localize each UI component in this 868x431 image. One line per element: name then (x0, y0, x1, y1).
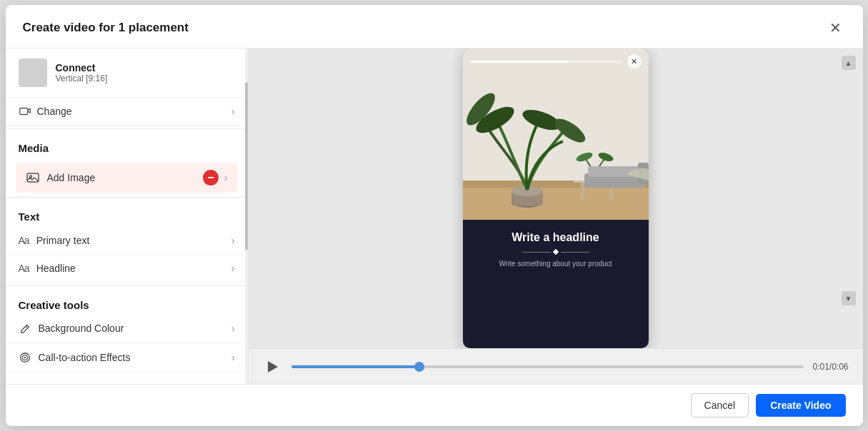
cta-effects-icon (19, 351, 31, 364)
card-divider-line (474, 250, 637, 254)
svg-rect-7 (463, 184, 649, 220)
background-colour-chevron-icon: › (231, 323, 235, 334)
cta-effects-row[interactable]: Call-to-action Effects › (6, 343, 248, 372)
card-top-bar: ✕ (463, 54, 649, 69)
add-image-chevron-icon: › (224, 172, 228, 183)
svg-rect-0 (19, 108, 27, 115)
modal-close-button[interactable]: ✕ (826, 18, 846, 38)
placement-name: Connect (56, 62, 108, 73)
scroll-down-button[interactable]: ▼ (842, 291, 856, 305)
image-icon (26, 171, 40, 185)
time-label: 0:01/0:06 (812, 362, 848, 372)
headline-label: Headline (36, 263, 76, 274)
video-preview-card: ✕ (463, 49, 649, 348)
cancel-button[interactable]: Cancel (691, 393, 749, 417)
primary-text-row[interactable]: Aa Primary text › (6, 227, 248, 255)
scroll-thumb (245, 82, 248, 250)
remove-image-icon[interactable]: − (203, 170, 219, 186)
placement-info: Connect Vertical [9:16] (56, 62, 108, 83)
creative-tools-section-label: Creative tools (6, 289, 248, 314)
divider-3 (6, 285, 248, 286)
cta-effects-label: Call-to-action Effects (39, 352, 131, 363)
video-icon (19, 105, 31, 118)
timeline-track[interactable] (291, 365, 804, 368)
primary-text-aa-icon: Aa (19, 235, 29, 246)
divider-line-left (522, 252, 551, 253)
add-image-row[interactable]: Add Image − › (16, 163, 238, 193)
controls-bar: 0:01/0:06 (249, 348, 863, 384)
scroll-up-button[interactable]: ▲ (842, 56, 856, 70)
placement-ratio: Vertical [9:16] (56, 73, 108, 83)
modal-body: Connect Vertical [9:16] Change (6, 49, 863, 384)
card-bottom: Write a headline Write something about y… (463, 220, 649, 278)
create-video-button[interactable]: Create Video (756, 394, 845, 417)
change-row[interactable]: Change › (6, 98, 248, 126)
modal-footer: Cancel Create Video (6, 384, 863, 426)
headline-left: Aa Headline (19, 263, 76, 274)
modal-header: Create video for 1 placement ✕ (6, 5, 863, 49)
placement-item: Connect Vertical [9:16] (6, 49, 248, 98)
add-image-left: Add Image (26, 171, 96, 185)
card-progress-fill (470, 61, 569, 63)
change-left: Change (19, 105, 72, 118)
modal: Create video for 1 placement ✕ Connect V… (6, 5, 863, 426)
right-panel: ▲ ✕ (249, 49, 863, 384)
cta-effects-chevron-icon: › (231, 352, 235, 363)
scroll-track (245, 49, 248, 384)
svg-point-5 (24, 357, 26, 359)
card-image (463, 49, 649, 220)
play-button[interactable] (263, 357, 283, 377)
background-colour-left: Background Colour (19, 322, 124, 335)
headline-chevron-icon: › (231, 263, 235, 274)
background-colour-icon (19, 322, 31, 335)
divider-2 (6, 197, 248, 198)
divider-1 (6, 128, 248, 129)
headline-aa-icon: Aa (19, 263, 29, 274)
preview-area: ▲ ✕ (249, 49, 863, 348)
svg-rect-17 (581, 183, 584, 201)
change-label: Change (37, 106, 72, 117)
media-section-label: Media (6, 132, 248, 158)
left-panel: Connect Vertical [9:16] Change (6, 49, 249, 384)
primary-text-left: Aa Primary text (19, 235, 90, 246)
svg-rect-1 (27, 173, 39, 182)
primary-text-chevron-icon: › (231, 235, 235, 246)
timeline-progress (291, 365, 419, 368)
add-image-right: − › (203, 170, 228, 186)
divider-line-right (561, 252, 589, 253)
timeline-thumb[interactable] (414, 362, 424, 372)
cta-effects-left: Call-to-action Effects (19, 351, 131, 364)
modal-title: Create video for 1 placement (23, 21, 189, 35)
primary-text-label: Primary text (36, 235, 90, 246)
headline-row[interactable]: Aa Headline › (6, 255, 248, 283)
plant-scene-svg (463, 49, 649, 220)
left-scroll[interactable]: Connect Vertical [9:16] Change (6, 49, 248, 384)
background-colour-row[interactable]: Background Colour › (6, 314, 248, 343)
card-close-button[interactable]: ✕ (627, 54, 642, 69)
card-subtext: Write something about your product (474, 260, 637, 268)
background-colour-label: Background Colour (39, 323, 124, 334)
card-headline: Write a headline (474, 231, 637, 244)
add-image-label: Add Image (47, 172, 96, 183)
text-section-label: Text (6, 201, 248, 227)
change-chevron-icon: › (231, 106, 235, 117)
placement-thumbnail (19, 59, 47, 87)
divider-diamond-icon (552, 249, 558, 255)
play-triangle-icon (268, 361, 278, 372)
modal-overlay: Create video for 1 placement ✕ Connect V… (0, 0, 868, 431)
card-progress-bar (470, 61, 622, 63)
